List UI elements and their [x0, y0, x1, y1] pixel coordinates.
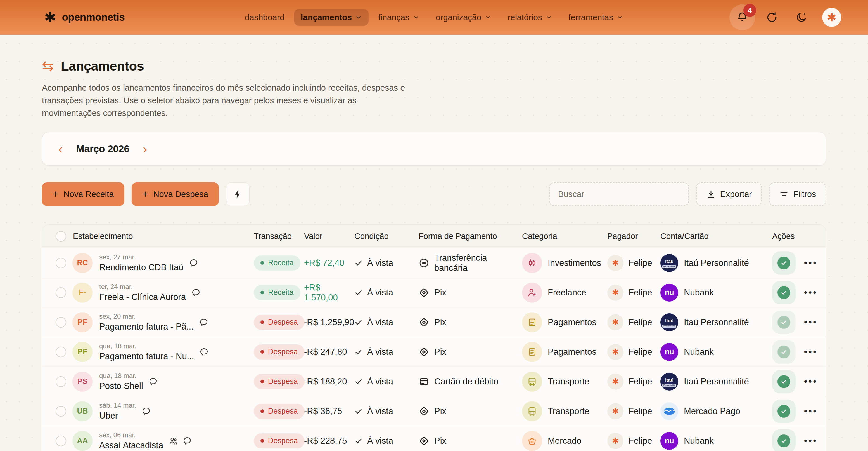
- pix-icon: [418, 317, 429, 328]
- nav-item-organizacao[interactable]: organização: [429, 9, 498, 26]
- transaction-type-badge: Despesa: [254, 433, 305, 449]
- comment-icon[interactable]: [189, 258, 199, 268]
- confirm-status-button[interactable]: [772, 311, 796, 334]
- condition-label: À vista: [367, 258, 393, 268]
- col-forma-pagamento: Forma de Pagamento: [418, 232, 522, 241]
- row-checkbox[interactable]: [56, 347, 66, 357]
- check-circle-icon: [777, 405, 790, 418]
- search-input[interactable]: [558, 190, 680, 199]
- payer-avatar: ✱: [607, 433, 623, 449]
- profile-avatar[interactable]: ✱: [822, 8, 841, 27]
- row-menu-button[interactable]: •••: [804, 347, 818, 357]
- comment-icon[interactable]: [199, 347, 209, 357]
- payments-category-icon: [522, 342, 542, 362]
- chevron-right-icon[interactable]: ›: [141, 142, 149, 155]
- itau-logo: Itaú Personnalité: [660, 313, 678, 331]
- transaction-date: qua, 18 mar.: [99, 372, 143, 380]
- col-categoria: Categoria: [522, 232, 607, 241]
- comment-icon[interactable]: [182, 436, 192, 446]
- row-checkbox[interactable]: [56, 317, 66, 328]
- search-box: [549, 182, 689, 206]
- nav-item-lancamentos[interactable]: lançamentos: [294, 9, 369, 26]
- debit-card-icon: [418, 376, 429, 387]
- category-label: Freelance: [548, 288, 586, 298]
- comment-icon[interactable]: [199, 317, 209, 327]
- comment-icon[interactable]: [141, 406, 151, 416]
- account-name: Itaú Personnalité: [684, 258, 749, 268]
- row-checkbox[interactable]: [56, 435, 66, 446]
- asterisk-icon: ✱: [612, 377, 619, 386]
- sync-icon: [766, 11, 778, 24]
- check-circle-icon: [777, 257, 790, 270]
- select-all-checkbox[interactable]: [56, 231, 66, 242]
- investments-category-icon: [522, 253, 542, 273]
- brand-name: openmonetis: [62, 11, 125, 23]
- payment-method-label: Pix: [434, 436, 446, 446]
- transaction-value: -R$ 247,80: [304, 347, 354, 357]
- establishment-name: Uber: [99, 411, 136, 421]
- quick-action-button[interactable]: [226, 182, 250, 206]
- status-dot: [260, 409, 264, 413]
- condition-label: À vista: [367, 288, 393, 298]
- nubank-logo: nu: [660, 432, 678, 450]
- transaction-date: sex, 20 mar.: [99, 312, 194, 320]
- chevron-down-icon: [355, 14, 362, 21]
- confirm-status-button[interactable]: [772, 399, 796, 423]
- itau-logo: Itaú Personnalité: [660, 373, 678, 391]
- transaction-type-badge: Receita: [254, 285, 301, 300]
- nav-item-dashboard[interactable]: dashboard: [238, 9, 291, 26]
- row-menu-button[interactable]: •••: [804, 258, 818, 268]
- payer-avatar: ✱: [607, 255, 623, 271]
- row-menu-button[interactable]: •••: [804, 406, 818, 416]
- payments-category-icon: [522, 312, 542, 332]
- row-checkbox[interactable]: [56, 376, 66, 387]
- nav-item-financas[interactable]: finanças: [371, 9, 426, 26]
- new-income-button[interactable]: + Nova Receita: [42, 182, 124, 206]
- check-icon: [354, 259, 363, 267]
- row-checkbox[interactable]: [56, 406, 66, 417]
- row-indicators: [148, 376, 158, 387]
- row-menu-button[interactable]: •••: [804, 376, 818, 387]
- establishment-avatar: PF: [72, 342, 93, 362]
- confirm-status-button[interactable]: [772, 340, 796, 364]
- chevron-left-icon[interactable]: ‹: [57, 142, 64, 155]
- plus-icon: +: [142, 189, 148, 199]
- nav-item-relatorios[interactable]: relatórios: [501, 9, 559, 26]
- row-menu-button[interactable]: •••: [804, 287, 818, 298]
- account-name: Itaú Personnalité: [684, 376, 749, 387]
- theme-toggle-button[interactable]: [788, 4, 814, 30]
- table-body: RC sex, 27 mar. Rendimento CDB Itaú Rece…: [42, 248, 826, 451]
- asterisk-icon: ✱: [612, 407, 619, 416]
- confirm-status-button[interactable]: [772, 281, 796, 304]
- sync-button[interactable]: [759, 4, 785, 30]
- establishment-info: sex, 06 mar. Assaí Atacadista: [99, 431, 163, 450]
- row-menu-button[interactable]: •••: [804, 317, 818, 327]
- row-indicators: [141, 406, 151, 416]
- notifications-button[interactable]: 4: [730, 4, 755, 30]
- top-actions: 4 ✱: [730, 4, 841, 30]
- itau-logo: Itaú Personnalité: [660, 254, 678, 272]
- new-expense-button[interactable]: + Nova Despesa: [132, 182, 219, 206]
- export-button[interactable]: Exportar: [696, 182, 762, 206]
- nav-item-ferramentas[interactable]: ferramentas: [562, 9, 630, 26]
- establishment-info: sex, 20 mar. Pagamento fatura - Pã...: [99, 312, 194, 332]
- establishment-name: Pagamento fatura - Pã...: [99, 322, 194, 332]
- comment-icon[interactable]: [191, 288, 201, 298]
- comment-icon[interactable]: [148, 376, 158, 387]
- brand-logo[interactable]: ✱ openmonetis: [44, 10, 125, 25]
- row-checkbox[interactable]: [56, 258, 66, 268]
- pix-icon: [418, 435, 429, 446]
- check-circle-icon: [777, 345, 790, 358]
- confirm-status-button[interactable]: [772, 370, 796, 393]
- table-row: PS qua, 18 mar. Posto Shell Despesa -R$ …: [42, 367, 826, 396]
- row-checkbox[interactable]: [56, 287, 66, 298]
- status-dot: [260, 320, 264, 324]
- confirm-status-button[interactable]: [772, 251, 796, 275]
- row-menu-button[interactable]: •••: [804, 435, 818, 446]
- confirm-status-button[interactable]: [772, 429, 796, 451]
- app-screen: ✱ openmonetis dashboard lançamentos fina…: [0, 0, 868, 451]
- filters-button[interactable]: Filtros: [769, 182, 826, 206]
- toolbar-right: Exportar Filtros: [549, 182, 826, 206]
- account-name: Nubank: [684, 288, 714, 298]
- payment-method-label: Transferência bancária: [434, 253, 522, 273]
